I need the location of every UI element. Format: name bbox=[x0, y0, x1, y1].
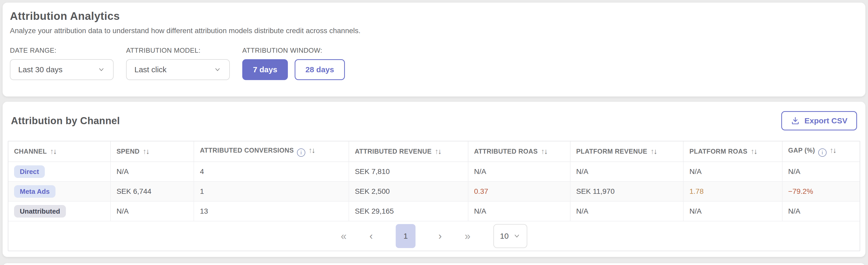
channel-cell: Unattributed bbox=[8, 201, 111, 221]
table-row-meta-ads: Meta Ads SEK 6,744 1 SEK 2,500 0.37 SEK … bbox=[8, 182, 860, 201]
first-page-button[interactable]: « bbox=[341, 231, 346, 241]
attributed-revenue-cell: SEK 29,165 bbox=[349, 201, 468, 221]
current-page-button[interactable]: 1 bbox=[396, 224, 415, 248]
attributed-roas-cell: N/A bbox=[468, 162, 570, 182]
channel-badge: Direct bbox=[14, 165, 45, 178]
last-page-button[interactable]: » bbox=[465, 231, 470, 241]
attribution-model-label: ATTRIBUTION MODEL: bbox=[126, 47, 230, 54]
previous-page-button[interactable]: ‹ bbox=[369, 231, 373, 241]
info-icon[interactable]: i bbox=[818, 149, 827, 157]
table-row-direct: Direct N/A 4 SEK 7,810 N/A N/A N/A N/A bbox=[8, 162, 860, 182]
sort-icon: ↑↓ bbox=[830, 146, 837, 155]
window-7-days-button[interactable]: 7 days bbox=[242, 59, 288, 80]
page-subtitle: Analyze your attribution data to underst… bbox=[10, 27, 858, 35]
column-header-attributed-revenue[interactable]: ATTRIBUTED REVENUE↑↓ bbox=[349, 141, 468, 162]
next-page-button[interactable]: › bbox=[438, 231, 442, 241]
gap-cell: −79.2% bbox=[782, 182, 860, 201]
platform-revenue-cell: N/A bbox=[570, 201, 684, 221]
column-header-channel[interactable]: CHANNEL↑↓ bbox=[8, 141, 111, 162]
attribution-model-select[interactable]: Last click bbox=[126, 59, 230, 80]
attribution-model-value: Last click bbox=[134, 65, 166, 74]
column-header-platform-revenue[interactable]: PLATFORM REVENUE↑↓ bbox=[570, 141, 684, 162]
chevron-down-icon bbox=[97, 66, 105, 74]
channel-cell: Meta Ads bbox=[8, 182, 111, 201]
sort-icon: ↑↓ bbox=[750, 147, 757, 156]
gap-cell: N/A bbox=[782, 201, 860, 221]
channel-badge: Meta Ads bbox=[14, 185, 56, 198]
sort-icon: ↑↓ bbox=[50, 147, 57, 156]
export-csv-button[interactable]: Export CSV bbox=[781, 111, 857, 130]
filter-row: DATE RANGE: Last 30 days ATTRIBUTION MOD… bbox=[10, 47, 858, 80]
sort-icon: ↑↓ bbox=[308, 146, 315, 155]
download-icon bbox=[791, 116, 800, 125]
page-size-value: 10 bbox=[500, 232, 508, 240]
column-header-attributed-roas[interactable]: ATTRIBUTED ROAS↑↓ bbox=[468, 141, 570, 162]
date-range-value: Last 30 days bbox=[18, 65, 63, 74]
page-size-select[interactable]: 10 bbox=[493, 224, 527, 248]
window-28-days-button[interactable]: 28 days bbox=[294, 59, 345, 80]
chevron-down-icon bbox=[214, 66, 221, 74]
spend-cell: SEK 6,744 bbox=[111, 182, 194, 201]
next-card-sliver bbox=[3, 263, 865, 265]
attributed-revenue-cell: SEK 7,810 bbox=[349, 162, 468, 182]
platform-revenue-cell: N/A bbox=[570, 162, 684, 182]
attributed-roas-cell: N/A bbox=[468, 201, 570, 221]
sort-icon: ↑↓ bbox=[541, 147, 548, 156]
attribution-window-filter: ATTRIBUTION WINDOW: 7 days 28 days bbox=[242, 47, 345, 80]
info-icon[interactable]: i bbox=[297, 149, 305, 157]
section-title: Attribution by Channel bbox=[11, 115, 120, 127]
channel-badge: Unattributed bbox=[14, 205, 66, 217]
table-row-unattributed: Unattributed N/A 13 SEK 29,165 N/A N/A N… bbox=[8, 201, 860, 221]
sort-icon: ↑↓ bbox=[435, 147, 442, 156]
filters-card: Attribution Analytics Analyze your attri… bbox=[3, 3, 865, 97]
channel-cell: Direct bbox=[8, 162, 111, 182]
attribution-table-card: Attribution by Channel Export CSV CHANNE… bbox=[3, 102, 865, 257]
platform-roas-cell: N/A bbox=[683, 162, 782, 182]
column-header-gap-percent[interactable]: GAP (%)i↑↓ bbox=[782, 141, 860, 162]
date-range-select[interactable]: Last 30 days bbox=[10, 59, 114, 80]
date-range-filter: DATE RANGE: Last 30 days bbox=[10, 47, 114, 80]
pagination: « ‹ 1 › » 10 bbox=[8, 221, 860, 251]
attributed-conversions-cell: 4 bbox=[194, 162, 349, 182]
column-header-attributed-conversions[interactable]: ATTRIBUTED CONVERSIONSi↑↓ bbox=[194, 141, 349, 162]
gap-cell: N/A bbox=[782, 162, 860, 182]
platform-roas-cell: 1.78 bbox=[683, 182, 782, 201]
table-card-header: Attribution by Channel Export CSV bbox=[8, 111, 860, 130]
attributed-conversions-cell: 13 bbox=[194, 201, 349, 221]
spend-cell: N/A bbox=[111, 162, 194, 182]
platform-roas-cell: N/A bbox=[683, 201, 782, 221]
attribution-window-buttons: 7 days 28 days bbox=[242, 59, 345, 80]
attribution-window-label: ATTRIBUTION WINDOW: bbox=[242, 47, 345, 54]
sort-icon: ↑↓ bbox=[143, 147, 150, 156]
attribution-model-filter: ATTRIBUTION MODEL: Last click bbox=[126, 47, 230, 80]
chevron-down-icon bbox=[513, 232, 521, 240]
table-header-row: CHANNEL↑↓ SPEND↑↓ ATTRIBUTED CONVERSIONS… bbox=[8, 141, 860, 162]
page-title: Attribution Analytics bbox=[10, 10, 858, 22]
spend-cell: N/A bbox=[111, 201, 194, 221]
sort-icon: ↑↓ bbox=[650, 147, 657, 156]
platform-revenue-cell: SEK 11,970 bbox=[570, 182, 684, 201]
export-csv-label: Export CSV bbox=[804, 116, 847, 125]
attributed-roas-cell: 0.37 bbox=[468, 182, 570, 201]
attributed-revenue-cell: SEK 2,500 bbox=[349, 182, 468, 201]
column-header-spend[interactable]: SPEND↑↓ bbox=[111, 141, 194, 162]
date-range-label: DATE RANGE: bbox=[10, 47, 114, 54]
column-header-platform-roas[interactable]: PLATFORM ROAS↑↓ bbox=[683, 141, 782, 162]
attributed-conversions-cell: 1 bbox=[194, 182, 349, 201]
attribution-table: CHANNEL↑↓ SPEND↑↓ ATTRIBUTED CONVERSIONS… bbox=[8, 141, 860, 251]
